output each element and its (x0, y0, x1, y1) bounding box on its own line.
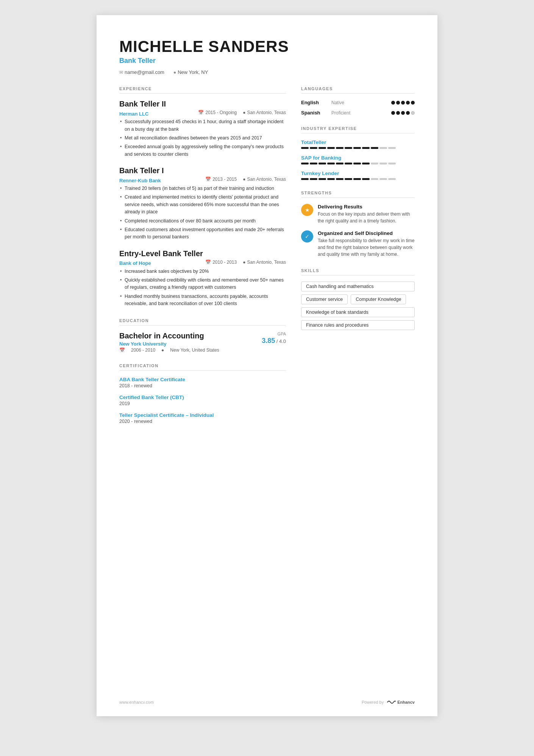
footer-right: Powered by Enhancv (362, 700, 415, 705)
employer-3: Bank of Hope (119, 260, 151, 266)
languages-section: LANGUAGES English Native Spanish Profici… (301, 86, 415, 116)
enhancv-logo-icon (387, 700, 396, 705)
bar-seg (301, 147, 309, 149)
languages-section-title: LANGUAGES (301, 86, 415, 94)
left-column: EXPERIENCE Bank Teller II Herman LLC 📅 2… (119, 86, 286, 434)
bullets-2: Trained 20 tellers (in batches of 5) as … (119, 185, 286, 241)
dot-s2 (396, 111, 400, 115)
gpa-label: GPA (262, 332, 286, 336)
bullets-1: Successfully processed 45 checks in 1 ho… (119, 118, 286, 158)
bullet-3-1: Increased bank sales objectives by 20% (119, 268, 286, 275)
bar-seg (345, 147, 352, 149)
bar-seg (327, 178, 335, 180)
lang-level-spanish: Proficient (331, 110, 391, 116)
certification-section: CERTIFICATION ABA Bank Teller Certificat… (119, 363, 286, 424)
cert-year-3: 2020 - renewed (119, 419, 286, 424)
bar-seg (301, 178, 309, 180)
bar-seg (336, 163, 344, 164)
skill-bank-standards: Knowledge of bank standards (301, 307, 415, 317)
bullet-2-2: Created and implemented metrics to ident… (119, 194, 286, 216)
job-meta-1: 📅 2015 - Ongoing ● San Antonio, Texas (198, 110, 286, 115)
bar-seg (345, 178, 352, 180)
edu-period: 2006 - 2010 (131, 347, 155, 353)
job-entry-1: Bank Teller II Herman LLC 📅 2015 - Ongoi… (119, 100, 286, 158)
contact-line: ✉ name@gmail.com ● New York, NY (119, 69, 415, 75)
employer-1: Herman LLC (119, 111, 148, 117)
bar-seg (353, 178, 361, 180)
bar-sap (301, 163, 415, 164)
strength-delivering: ★ Delivering Results Focus on the key in… (301, 204, 415, 224)
bar-seg (353, 147, 361, 149)
job-title-1: Bank Teller II (119, 100, 286, 108)
cert-name-3: Teller Specialist Certificate – Individu… (119, 412, 286, 418)
email-value: name@gmail.com (125, 69, 164, 75)
bar-seg (336, 147, 344, 149)
bullet-1-2: Met all reconciliation deadlines between… (119, 135, 286, 142)
bar-seg (379, 178, 387, 180)
expertise-name-1: TotalTeller (301, 139, 415, 145)
strength-title-2: Organized and Self Disciplined (318, 230, 415, 236)
skill-computer: Computer Knowledge (351, 294, 406, 304)
bar-seg (310, 147, 317, 149)
star-icon: ★ (305, 207, 310, 213)
bar-seg (319, 163, 326, 164)
gpa-value: 3.85 / 4.0 (262, 337, 286, 345)
edu-location: New York, United States (170, 347, 219, 353)
bar-seg (310, 163, 317, 164)
bullet-2-3: Completed reconciliations of over 80 ban… (119, 218, 286, 225)
bar-turnkey (301, 178, 415, 180)
industry-section-title: INDUSTRY EXPERTISE (301, 126, 415, 133)
bar-seg (362, 147, 370, 149)
bar-seg (362, 163, 370, 164)
job-meta-2: 📅 2013 - 2015 ● San Antonio, Texas (205, 177, 286, 182)
location-3: ● San Antonio, Texas (243, 260, 286, 265)
strength-icon-1: ★ (301, 204, 313, 216)
dot-s4 (406, 111, 410, 115)
job-title-2: Bank Teller I (119, 166, 286, 175)
edu-entry-1: Bachelor in Accounting New York Universi… (119, 332, 286, 353)
location-1: ● San Antonio, Texas (243, 110, 286, 115)
degree-1: Bachelor in Accounting (119, 332, 262, 340)
footer: www.enhancv.com Powered by Enhancv (119, 700, 415, 705)
bullet-3-2: Quickly established credibility with cli… (119, 277, 286, 291)
expertise-turnkey: Turnkey Lender (301, 171, 415, 180)
calendar-icon-2: 📅 (205, 177, 211, 182)
bullet-3-3: Handled monthly business transactions, a… (119, 293, 286, 308)
cert-name-2: Certified Bank Teller (CBT) (119, 394, 286, 400)
bar-seg (310, 178, 317, 180)
pin-icon-3: ● (243, 260, 245, 265)
bar-seg (319, 147, 326, 149)
bar-seg (362, 178, 370, 180)
lang-row-spanish: Spanish Proficient (301, 110, 415, 116)
strength-title-1: Delivering Results (318, 204, 415, 210)
location-value: New York, NY (178, 69, 208, 75)
job-entry-3: Entry-Level Bank Teller Bank of Hope 📅 2… (119, 249, 286, 308)
enhancv-brand: Enhancv (397, 700, 415, 704)
bar-totalteller (301, 147, 415, 149)
calendar-icon-3: 📅 (205, 260, 211, 265)
lang-level-english: Native (331, 100, 391, 105)
bar-seg (371, 147, 378, 149)
strength-organized: ✓ Organized and Self Disciplined Take fu… (301, 230, 415, 258)
school-1: New York University (119, 341, 262, 347)
education-section: EDUCATION Bachelor in Accounting New Yor… (119, 318, 286, 353)
education-section-title: EDUCATION (119, 318, 286, 326)
gpa-block: GPA 3.85 / 4.0 (262, 332, 286, 345)
bullets-3: Increased bank sales objectives by 20% Q… (119, 268, 286, 308)
skill-finance: Finance rules and procedures (301, 320, 415, 330)
edu-meta-1: 📅 2006 - 2010 ● New York, United States (119, 347, 262, 353)
bullet-2-4: Educated customers about investment oppo… (119, 226, 286, 241)
candidate-job-title: Bank Teller (119, 57, 415, 65)
job-title-3: Entry-Level Bank Teller (119, 249, 286, 258)
cert-entry-1: ABA Bank Teller Certificate 2018 - renew… (119, 377, 286, 388)
dot-s5 (411, 111, 415, 115)
expertise-name-2: SAP for Banking (301, 155, 415, 161)
lang-dots-english (391, 101, 415, 105)
dot-2 (396, 101, 400, 105)
bar-seg (379, 147, 387, 149)
calendar-icon-1: 📅 (198, 110, 204, 115)
skills-grid: Cash handling and mathematics Customer s… (301, 282, 415, 330)
dot-1 (391, 101, 395, 105)
enhancv-logo: Enhancv (387, 700, 415, 705)
cert-year-1: 2018 - renewed (119, 383, 286, 388)
